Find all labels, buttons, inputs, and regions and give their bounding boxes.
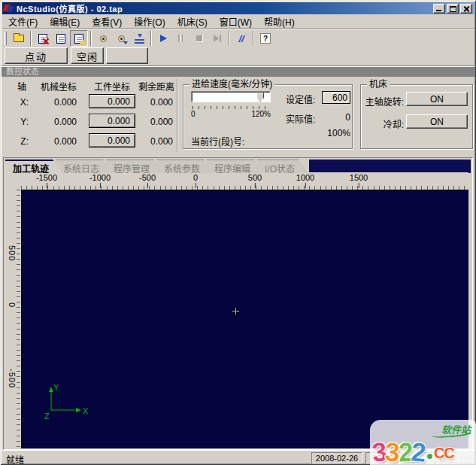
watermark-cc: CC <box>434 445 454 462</box>
slider-min-label: 0 <box>191 110 196 118</box>
close-program-button[interactable] <box>34 30 52 47</box>
y-mech-value: 0.000 <box>36 117 77 127</box>
tab-program-edit[interactable]: 程序编辑 <box>207 160 264 173</box>
play-icon <box>160 35 167 42</box>
jog-mode-display-button[interactable]: 点动 <box>5 47 68 64</box>
separator <box>90 31 92 46</box>
help-button[interactable]: ? <box>256 30 274 47</box>
axis-z-label: Z: <box>11 136 29 147</box>
actual-value: 0 <box>326 112 350 123</box>
window-title: NcStudio(仿真版) - 02.tap <box>17 2 432 14</box>
minimize-button[interactable] <box>433 4 445 14</box>
program-info-button[interactable] <box>52 30 70 47</box>
toolbar-grip[interactable] <box>5 32 7 45</box>
watermark-digits: 3 3 2 2 CC <box>372 440 454 464</box>
open-folder-icon <box>14 35 24 42</box>
jog-mode-icon <box>99 34 108 44</box>
axis-x-label: X: <box>11 97 29 108</box>
menu-file[interactable]: 文件(F) <box>2 14 44 29</box>
col-header-mech: 机械坐标 <box>36 80 81 93</box>
z-work-coord-box[interactable]: 0.000 <box>89 133 135 147</box>
simulate-button[interactable]: // <box>232 30 250 47</box>
stop-icon <box>196 35 203 42</box>
feed-override-slider-thumb[interactable] <box>256 93 264 102</box>
tab-io-status[interactable]: I/O状态 <box>257 160 308 173</box>
vertical-ruler: 500 0 -500 <box>6 190 21 448</box>
handwheel-icon <box>117 34 126 44</box>
h-ruler-label: -1000 <box>89 173 111 182</box>
separator <box>150 31 152 46</box>
watermark-underline <box>432 431 472 439</box>
axis-indicator: Y X Z <box>40 381 96 423</box>
separator <box>229 31 230 46</box>
back-to-reference-button[interactable] <box>130 30 148 47</box>
y-work-coord-box[interactable]: 0.000 <box>89 114 135 128</box>
v-ruler-ticks <box>17 190 20 448</box>
col-header-work: 工件坐标 <box>89 80 135 93</box>
close-button[interactable] <box>460 4 472 14</box>
h-ruler-label: 1000 <box>296 173 314 182</box>
menu-edit[interactable]: 编辑(E) <box>44 14 86 29</box>
menu-bar: 文件(F) 编辑(E) 查看(V) 操作(O) 机床(S) 窗口(W) 帮助(H… <box>2 15 474 28</box>
open-file-button[interactable] <box>10 30 28 47</box>
program-list-icon <box>56 34 65 44</box>
start-button[interactable] <box>154 30 172 47</box>
tab-system-params[interactable]: 系统参数 <box>156 160 214 173</box>
axis-y-label: Y: <box>11 117 29 127</box>
watermark-digit: 3 <box>384 439 399 464</box>
x-mech-value: 0.000 <box>36 97 77 108</box>
x-remain-value: 0.000 <box>140 97 173 108</box>
v-ruler-label: 0 <box>8 302 17 308</box>
tab-strip: 加工轨迹 系统日志 程序管理 系统参数 程序编辑 I/O状态 <box>5 159 471 173</box>
pause-button[interactable] <box>172 30 190 47</box>
menu-help[interactable]: 帮助(H) <box>258 14 301 29</box>
show-trace-button[interactable] <box>70 30 88 47</box>
handwheel-mode-button[interactable] <box>112 30 130 47</box>
separator <box>253 31 254 46</box>
watermark-dot-icon <box>427 454 432 459</box>
feed-override-slider-track[interactable] <box>191 91 271 102</box>
menu-window[interactable]: 窗口(W) <box>214 14 258 29</box>
toolbar: // ? <box>2 29 474 47</box>
v-ruler-label: -500 <box>8 369 17 388</box>
spindle-on-button[interactable]: ON <box>406 92 468 106</box>
trace-icon <box>74 34 83 44</box>
axis-y-indicator-label: Y <box>53 383 59 392</box>
h-ruler-label: 1500 <box>350 173 368 182</box>
maximize-button[interactable] <box>447 4 459 14</box>
tab-program-manage[interactable]: 程序管理 <box>106 160 163 173</box>
watermark-logo: 软件站 3 3 2 2 CC <box>370 420 476 465</box>
stop-button[interactable] <box>190 30 208 47</box>
axis-x-indicator-label: X <box>83 406 89 415</box>
jog-mode-label: 点动 <box>25 49 47 63</box>
coolant-on-button[interactable]: ON <box>406 114 468 129</box>
date-indicator: 2008-02-26 <box>311 452 362 463</box>
h-ruler-label: 0 <box>193 173 198 182</box>
z-mech-value: 0.000 <box>36 136 77 147</box>
tab-system-log[interactable]: 系统日志 <box>56 160 113 173</box>
watermark-digit: 2 <box>411 439 426 464</box>
step-icon <box>214 35 221 42</box>
ncstudio-window: NcStudio(仿真版) - 02.tap 文件(F) 编辑(E) 查看(V)… <box>0 0 476 465</box>
set-value-box[interactable]: 600 <box>322 91 350 104</box>
tab-machining-trace[interactable]: 加工轨迹 <box>5 160 62 173</box>
menu-view[interactable]: 查看(V) <box>86 14 128 29</box>
help-icon: ? <box>260 33 271 44</box>
override-percent: 100% <box>319 128 350 138</box>
actual-value-label: 实际值: <box>286 112 315 125</box>
machining-canvas[interactable]: Y X Z <box>21 190 468 448</box>
reference-point-icon <box>135 34 144 44</box>
single-step-button[interactable] <box>208 30 226 47</box>
jog-mode-button[interactable] <box>94 30 112 47</box>
feed-rate-group: 进给速度(毫米/分钟) 0 120% 设定值: 600 实际值: 0 100% … <box>183 84 353 149</box>
app-icon <box>4 4 14 13</box>
title-bar: NcStudio(仿真版) - 02.tap <box>2 2 474 14</box>
ready-status: 就绪 <box>6 453 24 465</box>
menu-operate[interactable]: 操作(O) <box>128 14 171 29</box>
tab-strip-filler <box>309 160 471 173</box>
horizontal-ruler: -1500 -1000 -500 0 500 1000 1500 <box>21 172 468 190</box>
menu-machine[interactable]: 机床(S) <box>171 14 214 29</box>
z-remain-value: 0.000 <box>140 136 173 147</box>
x-work-coord-box[interactable]: 0.000 <box>89 94 135 108</box>
separator <box>30 31 32 46</box>
